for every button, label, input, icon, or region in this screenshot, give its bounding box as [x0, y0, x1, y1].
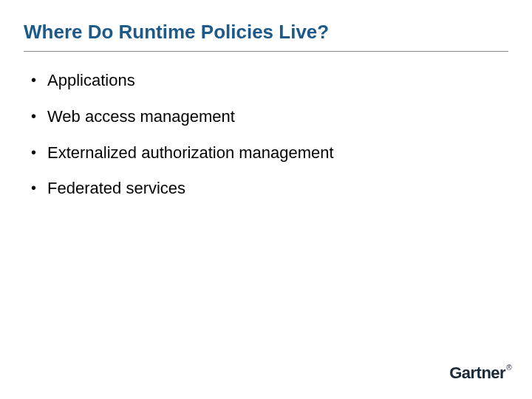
- slide-title: Where Do Runtime Policies Live?: [24, 21, 508, 52]
- logo-text: Gartner: [449, 364, 505, 382]
- list-item: Externalized authorization management: [28, 142, 508, 165]
- list-item: Federated services: [28, 177, 508, 200]
- bullet-list: Applications Web access management Exter…: [24, 69, 508, 200]
- registered-mark: ®: [506, 364, 511, 372]
- slide: Where Do Runtime Policies Live? Applicat…: [0, 0, 532, 399]
- list-item: Applications: [28, 69, 508, 92]
- list-item: Web access management: [28, 106, 508, 129]
- gartner-logo: Gartner®: [449, 364, 511, 383]
